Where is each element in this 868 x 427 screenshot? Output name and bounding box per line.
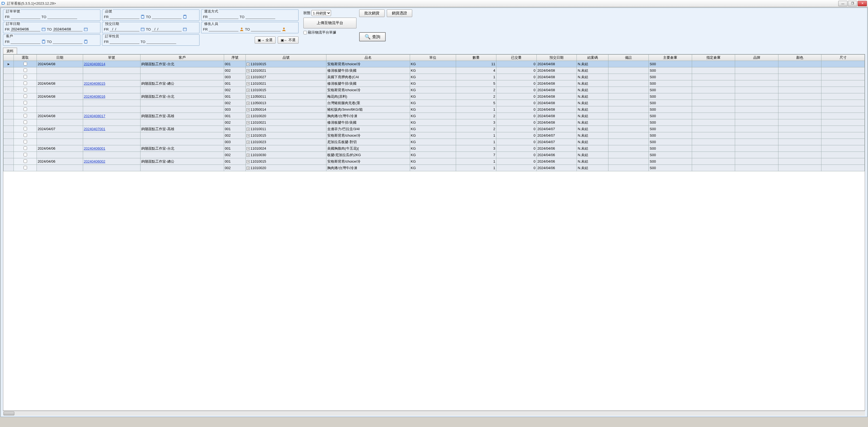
clipboard-icon[interactable]	[84, 39, 88, 44]
row-checkbox[interactable]	[14, 87, 37, 93]
column-header[interactable]: 日期	[37, 55, 83, 61]
column-header[interactable]: 結案碼	[577, 55, 609, 61]
row-checkbox[interactable]	[14, 152, 37, 158]
cell-order-link[interactable]	[83, 119, 141, 126]
column-header[interactable]: 尺寸	[822, 55, 865, 61]
cell-product-no[interactable]: +11010024	[246, 145, 327, 152]
calendar-icon[interactable]	[84, 27, 88, 31]
column-header[interactable]: 單號	[83, 55, 141, 61]
clipboard-icon[interactable]	[183, 14, 187, 19]
column-header[interactable]: 指定倉庫	[692, 55, 735, 61]
deselect-all-button[interactable]: ▣← 不選	[278, 36, 299, 43]
table-row[interactable]: 002+11010021修清板腱牛排/美國KG302024/04/08N.未結S…	[3, 119, 865, 126]
table-row[interactable]: 003+11050014豬松阪肉/3mm/6KG/箱KG102024/04/08…	[3, 106, 865, 113]
table-row[interactable]: 002+11010021修清板腱牛排/美國KG402024/04/08N.未結S…	[3, 67, 865, 74]
row-checkbox[interactable]	[14, 145, 37, 152]
column-header[interactable]: 客戶	[141, 55, 224, 61]
table-row[interactable]: 2024/04/0820240408015鉤陽甜點工作室-總公001+11010…	[3, 80, 865, 87]
cell-product-no[interactable]: +11010021	[246, 67, 327, 74]
sales-doc-button[interactable]: 銷貨憑證	[387, 9, 412, 17]
tab-data[interactable]: 資料	[3, 47, 17, 55]
minimize-button[interactable]: —	[838, 1, 847, 6]
cell-product-no[interactable]: +11010015	[246, 61, 327, 67]
cell-order-link[interactable]: 20240408016	[83, 93, 141, 100]
column-header[interactable]: 主要倉庫	[649, 55, 692, 61]
order-date-to-input[interactable]	[53, 27, 83, 31]
cell-order-link[interactable]: 20240406001	[83, 145, 141, 152]
row-checkbox[interactable]	[14, 119, 37, 126]
cell-product-no[interactable]: +11050014	[246, 106, 327, 113]
product-to-input[interactable]	[152, 14, 182, 19]
column-header[interactable]: 預交日期	[536, 55, 577, 61]
column-header[interactable]: 品號	[246, 55, 327, 61]
cell-order-link[interactable]	[83, 87, 141, 93]
row-checkbox[interactable]	[14, 100, 37, 106]
row-checkbox[interactable]	[14, 126, 37, 132]
upload-logistics-button[interactable]: 上傳至物流平台	[303, 18, 356, 28]
shipping-from-input[interactable]	[209, 14, 239, 19]
cell-order-link[interactable]	[83, 132, 141, 139]
table-row[interactable]: 2024/04/0820240408016鉤陽甜點工作室-台北001+11050…	[3, 93, 865, 100]
table-row[interactable]: 002+11010015安格斯背肩/choice/冷KG102024/04/07…	[3, 132, 865, 139]
cell-order-link[interactable]	[83, 74, 141, 80]
cell-product-no[interactable]: +11010021	[246, 80, 327, 87]
table-row[interactable]: 003+11010023尼加拉瓜板腱-對切KG102024/04/07N.未結S…	[3, 139, 865, 145]
cell-product-no[interactable]: +11010021	[246, 119, 327, 126]
cell-product-no[interactable]: +11050011	[246, 93, 327, 100]
row-checkbox[interactable]	[14, 165, 37, 171]
cell-order-link[interactable]	[83, 100, 141, 106]
select-all-button[interactable]: ▣→ 全選	[255, 36, 276, 43]
modifier-from-input[interactable]	[209, 27, 239, 31]
row-checkbox[interactable]	[14, 74, 37, 80]
row-checkbox[interactable]	[14, 139, 37, 145]
table-row[interactable]: 2024/04/0720240407001鉤陽甜點工作室-高雄001+11010…	[3, 126, 865, 132]
row-checkbox[interactable]	[14, 132, 37, 139]
row-checkbox[interactable]	[14, 61, 37, 67]
table-row[interactable]: 002+11010020胸肉捲/台灣牛/冷凍KG102024/04/06N.未結…	[3, 165, 865, 171]
calendar-icon[interactable]	[141, 27, 145, 31]
cell-order-link[interactable]: 20240407001	[83, 126, 141, 132]
show-logistics-checkbox[interactable]: 顯示物流平台單據	[303, 30, 336, 35]
cell-order-link[interactable]	[83, 165, 141, 171]
column-header[interactable]: 顏色	[778, 55, 822, 61]
cell-order-link[interactable]	[83, 106, 141, 113]
shipping-to-input[interactable]	[246, 14, 275, 19]
table-row[interactable]: 002+11010030板腱/尼加拉瓜/約2KGKG702024/04/06N.…	[3, 152, 865, 158]
cell-product-no[interactable]: +11010027	[246, 74, 327, 80]
scroll-thumb[interactable]	[3, 412, 14, 415]
cell-product-no[interactable]: +11010015	[246, 87, 327, 93]
product-from-input[interactable]	[110, 14, 140, 19]
column-header[interactable]: 已交量	[496, 55, 536, 61]
cell-product-no[interactable]: +11010015	[246, 132, 327, 139]
data-grid[interactable]: 選取日期單號客戶序號品號品名單位數量已交量預交日期結案碼備註主要倉庫指定倉庫品牌…	[3, 54, 865, 411]
row-checkbox[interactable]	[14, 80, 37, 87]
row-checkbox[interactable]	[14, 158, 37, 165]
column-header[interactable]: 單位	[410, 55, 456, 61]
close-button[interactable]: ✕	[858, 1, 867, 6]
customer-to-input[interactable]	[53, 39, 83, 44]
order-type-from-input[interactable]	[110, 39, 140, 44]
cell-product-no[interactable]: +11010030	[246, 152, 327, 158]
row-checkbox[interactable]	[14, 113, 37, 119]
cell-product-no[interactable]: +11050013	[246, 100, 327, 106]
table-row[interactable]: 2024/04/0620240406001鉤陽甜點工作室-台北001+11010…	[3, 145, 865, 152]
clipboard-icon[interactable]	[41, 39, 46, 44]
row-checkbox[interactable]	[14, 106, 37, 113]
calendar-icon[interactable]	[41, 27, 46, 31]
cell-order-link[interactable]: 20240408017	[83, 113, 141, 119]
modifier-to-input[interactable]	[251, 27, 281, 31]
cell-order-link[interactable]: 20240408014	[83, 61, 141, 67]
table-row[interactable]: 002+11010015安格斯背肩/choice/冷KG202024/04/08…	[3, 87, 865, 93]
column-header[interactable]: 備註	[609, 55, 649, 61]
cell-product-no[interactable]: +11010011	[246, 126, 327, 132]
column-header[interactable]: 序號	[224, 55, 246, 61]
person-icon[interactable]	[282, 27, 286, 31]
column-header[interactable]: 品名	[327, 55, 410, 61]
cell-product-no[interactable]: +11010023	[246, 139, 327, 145]
horizontal-scrollbar[interactable]	[3, 411, 865, 416]
customer-from-input[interactable]	[10, 39, 40, 44]
person-icon[interactable]	[240, 27, 244, 31]
cell-order-link[interactable]	[83, 67, 141, 74]
search-button[interactable]: 🔍 查詢	[359, 32, 386, 41]
order-no-from-input[interactable]	[10, 14, 40, 19]
